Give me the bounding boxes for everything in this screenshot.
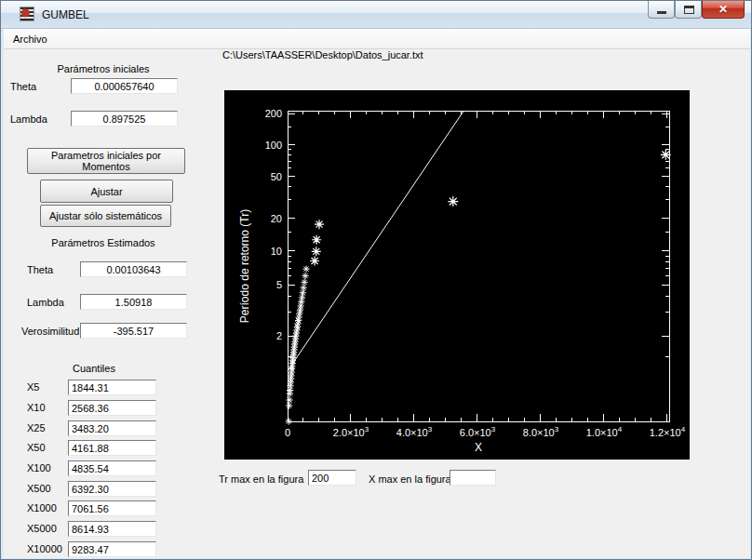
- data-point-asterisk: [310, 256, 319, 265]
- axis-ticks: [288, 111, 669, 421]
- axis-tick-labels: 02.0×1034.0×1036.0×1038.0×1031.0×1041.2×…: [265, 108, 686, 438]
- axes-box: [288, 111, 669, 421]
- svg-text:0: 0: [285, 427, 290, 438]
- menu-item-archivo[interactable]: Archivo: [7, 32, 53, 47]
- data-point-asterisk: [286, 396, 292, 403]
- maximize-icon: [684, 6, 694, 14]
- quantile-input[interactable]: [68, 481, 156, 497]
- close-icon: ✕: [703, 3, 744, 16]
- quantile-input[interactable]: [68, 500, 156, 516]
- section-title-quantiles: Cuantiles: [38, 363, 150, 374]
- file-path-label: C:\Users\TAASSER\Desktop\Datos_jucar.txt: [222, 49, 423, 60]
- quantile-label: X5000: [27, 523, 57, 534]
- theta-estimated-label: Theta: [27, 264, 53, 275]
- lambda-estimated-input[interactable]: [80, 294, 187, 310]
- plot-panel: 02.0×1034.0×1036.0×1038.0×1031.0×1041.2×…: [224, 90, 690, 460]
- quantile-label: X500: [27, 483, 51, 494]
- menubar: [4, 29, 750, 49]
- x-axis-title: X: [475, 441, 482, 454]
- app-window: GUMBEL ✕ Archivo Parámetros iniciales Th…: [0, 0, 752, 560]
- data-point-asterisk: [661, 150, 671, 160]
- data-point-asterisk: [286, 403, 292, 409]
- lambda-initial-input[interactable]: [71, 111, 178, 127]
- svg-text:100: 100: [265, 140, 282, 151]
- quantile-label: X100: [27, 462, 51, 473]
- data-point-asterisk: [301, 285, 307, 291]
- svg-text:2.0×103: 2.0×103: [333, 425, 369, 438]
- theta-initial-input[interactable]: [71, 78, 178, 94]
- quantile-label: X25: [27, 422, 46, 433]
- quantile-label: X50: [27, 442, 46, 453]
- svg-text:6.0×103: 6.0×103: [460, 425, 496, 438]
- likelihood-input[interactable]: [80, 323, 187, 339]
- likelihood-label: Verosimilitud: [21, 326, 79, 337]
- quantile-input[interactable]: [68, 460, 156, 476]
- quantile-input[interactable]: [68, 440, 156, 456]
- theta-initial-label: Theta: [10, 81, 36, 92]
- y-axis-title: Período de retorno (Tr): [238, 209, 251, 323]
- title-bar: GUMBEL: [1, 1, 751, 29]
- fit-line: [288, 111, 463, 371]
- plot-svg: 02.0×1034.0×1036.0×1038.0×1031.0×1041.2×…: [224, 90, 690, 460]
- lambda-estimated-label: Lambda: [27, 297, 64, 308]
- tr-max-input[interactable]: [308, 470, 356, 486]
- svg-text:1.0×104: 1.0×104: [586, 425, 623, 438]
- quantile-input[interactable]: [68, 400, 156, 416]
- minimize-button[interactable]: [648, 1, 675, 19]
- quantile-input[interactable]: [68, 380, 156, 395]
- fit-button[interactable]: Ajustar: [40, 180, 173, 203]
- data-point-asterisk: [302, 266, 309, 273]
- maximize-button[interactable]: [675, 1, 702, 19]
- section-title-estimated-params: Parámetros Estimados: [29, 237, 178, 248]
- section-title-initial-params: Parámetros iniciales: [29, 63, 178, 74]
- data-point-asterisk: [300, 289, 306, 296]
- data-points: [286, 150, 671, 425]
- quantile-input[interactable]: [68, 420, 156, 436]
- quantile-label: X10: [27, 402, 46, 413]
- app-icon: [20, 7, 34, 21]
- data-point-asterisk: [448, 196, 458, 207]
- svg-text:5: 5: [276, 279, 282, 290]
- svg-text:10: 10: [271, 246, 282, 257]
- quantile-input[interactable]: [68, 521, 156, 537]
- data-point-asterisk: [286, 418, 292, 424]
- x-max-input[interactable]: [450, 470, 496, 486]
- quantile-label: X5: [27, 381, 39, 393]
- x-max-label: X max en la figura: [369, 473, 451, 485]
- data-point-asterisk: [287, 391, 293, 397]
- minimize-icon: [657, 11, 666, 14]
- svg-text:50: 50: [271, 171, 282, 182]
- svg-text:200: 200: [265, 108, 282, 119]
- moments-button[interactable]: Parametros iniciales por Momentos: [27, 148, 185, 174]
- data-point-asterisk: [312, 247, 321, 256]
- lambda-initial-label: Lambda: [10, 113, 47, 125]
- data-point-asterisk: [315, 220, 324, 229]
- svg-text:2: 2: [276, 330, 282, 341]
- window-title: GUMBEL: [42, 8, 89, 21]
- svg-text:20: 20: [271, 213, 282, 224]
- tr-max-label: Tr max en la figura: [219, 473, 303, 485]
- quantile-label: X10000: [27, 543, 62, 554]
- quantile-input[interactable]: [68, 541, 156, 557]
- svg-text:4.0×103: 4.0×103: [396, 425, 433, 438]
- svg-text:8.0×103: 8.0×103: [523, 425, 559, 438]
- data-point-asterisk: [312, 235, 321, 245]
- quantile-label: X1000: [27, 502, 57, 513]
- fit-systematic-button[interactable]: Ajustar sólo sistemáticos: [40, 205, 171, 227]
- data-point-asterisk: [301, 279, 307, 286]
- data-point-asterisk: [302, 273, 308, 279]
- theta-estimated-input[interactable]: [80, 261, 187, 277]
- close-button[interactable]: ✕: [702, 1, 745, 19]
- svg-text:1.2×104: 1.2×104: [650, 425, 686, 438]
